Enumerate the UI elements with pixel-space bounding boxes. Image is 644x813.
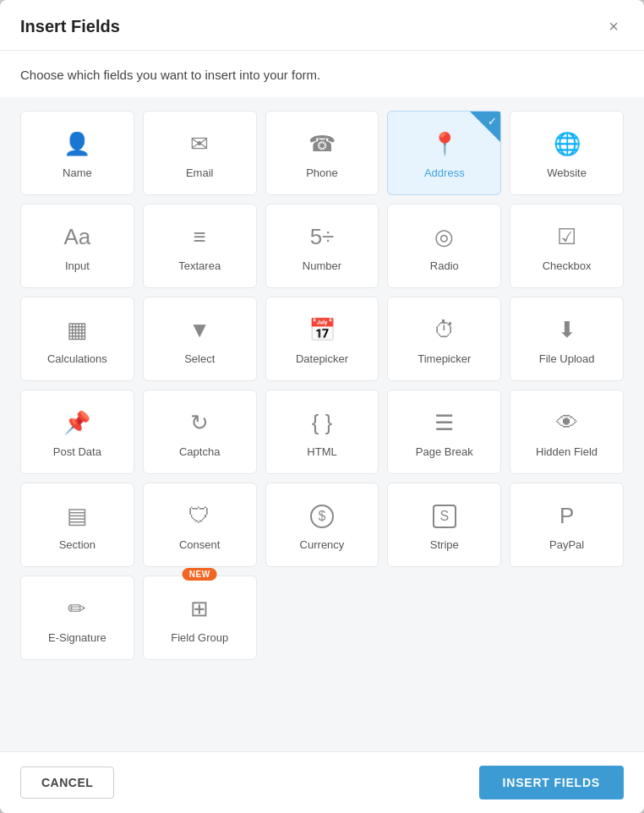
section-label: Section	[59, 538, 96, 551]
field-card-hiddenfield[interactable]: 👁Hidden Field	[510, 390, 624, 474]
stripe-label: Stripe	[430, 538, 459, 551]
field-card-pagebreak[interactable]: ☰Page Break	[387, 390, 501, 474]
field-card-consent[interactable]: 🛡Consent	[143, 483, 257, 567]
field-card-calculations[interactable]: ▦Calculations	[20, 297, 134, 381]
captcha-icon: ↻	[190, 410, 209, 437]
datepicker-label: Datepicker	[296, 352, 348, 365]
modal-header: Insert Fields ×	[0, 0, 644, 51]
address-label: Address	[424, 166, 465, 179]
calculations-icon: ▦	[67, 317, 88, 344]
datepicker-icon: 📅	[308, 317, 336, 344]
field-card-datepicker[interactable]: 📅Datepicker	[265, 297, 379, 381]
field-card-postdata[interactable]: 📌Post Data	[20, 390, 134, 474]
select-label: Select	[184, 352, 215, 365]
field-card-paypal[interactable]: PPayPal	[510, 483, 624, 567]
esignature-label: E-Signature	[48, 631, 106, 644]
field-card-currency[interactable]: $Currency	[265, 483, 379, 567]
modal-title: Insert Fields	[20, 17, 120, 36]
insert-fields-button[interactable]: INSERT FIELDS	[479, 766, 624, 799]
website-icon: 🌐	[554, 131, 581, 158]
textarea-icon: ≡	[194, 224, 206, 251]
input-icon: Aa	[63, 224, 90, 251]
field-card-number[interactable]: 5÷Number	[265, 204, 379, 288]
field-card-fileupload[interactable]: ⬇File Upload	[510, 297, 624, 381]
field-card-email[interactable]: ✉Email	[143, 111, 257, 195]
email-icon: ✉	[190, 131, 209, 158]
fields-grid: 👤Name✉Email☎Phone✓📍Address🌐WebsiteAaInpu…	[20, 111, 624, 660]
html-label: HTML	[307, 445, 336, 458]
field-card-radio[interactable]: ◎Radio	[387, 204, 501, 288]
checkbox-label: Checkbox	[543, 259, 592, 272]
consent-icon: 🛡	[188, 503, 210, 530]
pagebreak-label: Page Break	[416, 445, 473, 458]
radio-icon: ◎	[434, 224, 454, 251]
cancel-button[interactable]: CANCEL	[20, 767, 114, 799]
calculations-label: Calculations	[47, 352, 107, 365]
modal-footer: CANCEL INSERT FIELDS	[0, 751, 644, 813]
fieldgroup-icon: ⊞	[190, 596, 209, 623]
modal-subtitle: Choose which fields you want to insert i…	[20, 51, 624, 89]
postdata-icon: 📌	[63, 410, 90, 437]
section-icon: ▤	[67, 503, 88, 530]
fileupload-icon: ⬇	[558, 317, 576, 344]
timepicker-label: Timepicker	[418, 352, 471, 365]
field-card-address[interactable]: ✓📍Address	[387, 111, 501, 195]
currency-label: Currency	[300, 538, 345, 551]
number-label: Number	[303, 259, 341, 272]
field-card-captcha[interactable]: ↻Captcha	[143, 390, 257, 474]
hiddenfield-icon: 👁	[556, 410, 578, 437]
captcha-label: Captcha	[179, 445, 220, 458]
address-icon: 📍	[431, 131, 458, 158]
input-label: Input	[65, 259, 90, 272]
paypal-label: PayPal	[549, 538, 584, 551]
phone-icon: ☎	[308, 131, 336, 158]
close-button[interactable]: ×	[603, 15, 624, 38]
email-label: Email	[186, 166, 214, 179]
name-label: Name	[63, 166, 92, 179]
field-card-phone[interactable]: ☎Phone	[265, 111, 379, 195]
field-card-website[interactable]: 🌐Website	[510, 111, 624, 195]
field-card-timepicker[interactable]: ⏱Timepicker	[387, 297, 501, 381]
number-icon: 5÷	[310, 224, 335, 251]
name-icon: 👤	[63, 131, 90, 158]
field-card-textarea[interactable]: ≡Textarea	[143, 204, 257, 288]
pagebreak-icon: ☰	[434, 410, 454, 437]
fieldgroup-label: Field Group	[171, 631, 228, 644]
checkbox-icon: ☑	[557, 224, 576, 251]
field-card-name[interactable]: 👤Name	[20, 111, 134, 195]
fields-grid-container: 👤Name✉Email☎Phone✓📍Address🌐WebsiteAaInpu…	[0, 97, 644, 751]
paypal-icon: P	[559, 503, 574, 530]
field-card-html[interactable]: { }HTML	[265, 390, 379, 474]
field-card-fieldgroup[interactable]: NEW⊞Field Group	[143, 576, 257, 660]
esignature-icon: ✏	[68, 596, 86, 623]
timepicker-icon: ⏱	[434, 317, 456, 344]
field-card-checkbox[interactable]: ☑Checkbox	[510, 204, 624, 288]
select-icon: ▼	[188, 317, 210, 344]
hiddenfield-label: Hidden Field	[536, 445, 598, 458]
postdata-label: Post Data	[53, 445, 101, 458]
currency-icon: $	[310, 503, 334, 530]
field-card-section[interactable]: ▤Section	[20, 483, 134, 567]
html-icon: { }	[312, 410, 333, 437]
insert-fields-modal: Insert Fields × Choose which fields you …	[0, 0, 644, 813]
field-card-select[interactable]: ▼Select	[143, 297, 257, 381]
stripe-icon: S	[433, 503, 456, 530]
fileupload-label: File Upload	[539, 352, 595, 365]
textarea-label: Textarea	[178, 259, 221, 272]
phone-label: Phone	[306, 166, 338, 179]
field-card-stripe[interactable]: SStripe	[387, 483, 501, 567]
consent-label: Consent	[179, 538, 220, 551]
field-card-esignature[interactable]: ✏E-Signature	[20, 576, 134, 660]
website-label: Website	[547, 166, 587, 179]
radio-label: Radio	[430, 259, 459, 272]
field-card-input[interactable]: AaInput	[20, 204, 134, 288]
